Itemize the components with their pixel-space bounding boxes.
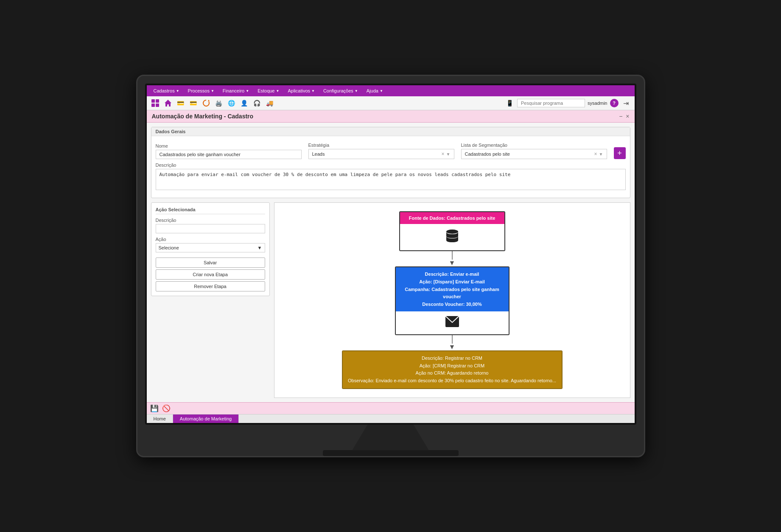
menu-processos[interactable]: Processos ▼	[185, 87, 218, 95]
headset-icon[interactable]: 🎧	[252, 98, 262, 108]
acao-descricao-label: Descrição	[156, 218, 265, 223]
lista-value: Cadastrados pelo site	[465, 151, 591, 157]
menu-processos-arrow: ▼	[211, 89, 214, 93]
close-button[interactable]: ×	[626, 113, 629, 120]
page-title-bar: Automação de Marketing - Cadastro − ×	[147, 110, 635, 123]
toolbar: 💳 💳 🖨️ 🌐 👤 🎧 🚚 📱 sysadmin ?	[147, 96, 635, 110]
taskbar-automacao[interactable]: Automação de Marketing	[173, 414, 239, 423]
help-button[interactable]: ?	[610, 99, 619, 107]
acao-select[interactable]: Selecione ▼	[156, 243, 265, 252]
user-label: sysadmin	[588, 101, 607, 106]
card2-icon[interactable]: 💳	[188, 98, 199, 108]
descricao-label: Descrição	[156, 162, 626, 168]
arrow-1: ▼	[449, 251, 456, 266]
card1-icon[interactable]: 💳	[176, 98, 186, 108]
node1-body	[400, 224, 504, 250]
database-icon	[445, 228, 460, 246]
acao-select-arrow-icon: ▼	[258, 245, 262, 250]
menu-ajuda[interactable]: Ajuda ▼	[363, 87, 386, 95]
acao-descricao-input[interactable]	[156, 224, 265, 233]
svg-marker-5	[208, 100, 210, 101]
add-lista-button[interactable]: +	[614, 147, 626, 159]
truck-icon[interactable]: 🚚	[265, 98, 275, 108]
menu-financeiro-arrow: ▼	[246, 89, 249, 93]
svg-rect-1	[156, 99, 159, 103]
home-icon[interactable]	[163, 98, 173, 108]
menu-cadastros-arrow: ▼	[176, 89, 179, 93]
dados-gerais-header: Dados Gerais	[151, 127, 630, 136]
page-title: Automação de Marketing - Cadastro	[152, 113, 254, 120]
lista-select[interactable]: Cadastrados pelo site × ▼	[461, 149, 607, 159]
svg-rect-0	[151, 99, 155, 103]
menu-aplicativos[interactable]: Aplicativos ▼	[284, 87, 318, 95]
menu-estoque[interactable]: Estoque ▼	[254, 87, 283, 95]
panels-row: Ação Selecionada Descrição Ação Selecion…	[151, 202, 630, 398]
user-icon[interactable]: 👤	[239, 98, 249, 108]
menu-cadastros[interactable]: Cadastros ▼	[150, 87, 183, 95]
menu-bar: Cadastros ▼ Processos ▼ Financeiro ▼ Est…	[147, 85, 635, 96]
refresh-icon[interactable]	[201, 98, 211, 108]
main-content: Dados Gerais Nome Estratégia Leads	[147, 123, 635, 402]
nome-label: Nome	[156, 143, 302, 148]
dados-gerais-body: Nome Estratégia Leads × ▼	[151, 136, 630, 198]
print-icon[interactable]: 🖨️	[214, 98, 224, 108]
menu-ajuda-arrow: ▼	[380, 89, 383, 93]
estrategia-arrow-icon[interactable]: ▼	[446, 152, 451, 157]
acao-acao-label: Ação	[156, 237, 265, 242]
app-icon[interactable]: 📱	[504, 98, 515, 108]
menu-configuracoes-arrow: ▼	[355, 89, 358, 93]
workflow-node-3[interactable]: Descrição: Registrar no CRM Ação: [CRM] …	[342, 350, 563, 389]
email-icon	[445, 316, 459, 330]
taskbar-home[interactable]: Home	[147, 414, 173, 423]
workflow-node-2[interactable]: Descrição: Enviar e-mail Ação: [Disparo]…	[395, 266, 509, 335]
action-buttons: Salvar Criar nova Etapa Remover Etapa	[156, 258, 265, 291]
svg-marker-4	[165, 100, 171, 106]
workflow-node-1[interactable]: Fonte de Dados: Cadastrados pelo site	[399, 211, 505, 251]
cancel-icon[interactable]: 🚫	[162, 404, 171, 412]
save-icon[interactable]: 💾	[150, 404, 159, 412]
minimize-button[interactable]: −	[619, 113, 622, 120]
estrategia-value: Leads	[312, 151, 438, 157]
acao-panel-title: Ação Selecionada	[156, 207, 265, 214]
world-icon[interactable]: 🌐	[227, 98, 237, 108]
dados-gerais-section: Dados Gerais Nome Estratégia Leads	[151, 127, 630, 198]
criar-etapa-button[interactable]: Criar nova Etapa	[156, 269, 265, 280]
toolbar-right: 📱 sysadmin ? ⇥	[504, 98, 631, 108]
descricao-textarea[interactable]: Automação para enviar e-mail com voucher…	[156, 169, 626, 190]
svg-rect-2	[151, 104, 155, 107]
lista-clear[interactable]: ×	[594, 151, 597, 157]
menu-aplicativos-arrow: ▼	[311, 89, 315, 93]
remover-etapa-button[interactable]: Remover Etapa	[156, 281, 265, 291]
salvar-button[interactable]: Salvar	[156, 258, 265, 268]
status-bar: 💾 🚫	[147, 402, 635, 414]
acao-selecionada-panel: Ação Selecionada Descrição Ação Selecion…	[151, 202, 270, 296]
exit-icon[interactable]: ⇥	[621, 98, 631, 108]
estrategia-label: Estratégia	[308, 143, 454, 148]
acao-descricao-group: Descrição	[156, 218, 265, 233]
svg-rect-3	[156, 104, 159, 107]
acao-select-value: Selecione	[159, 245, 179, 250]
acao-acao-group: Ação Selecione ▼	[156, 237, 265, 252]
arrow-2: ▼	[449, 335, 456, 350]
svg-point-6	[446, 230, 458, 234]
menu-configuracoes[interactable]: Configurações ▼	[320, 87, 361, 95]
workflow-inner: Fonte de Dados: Cadastrados pelo site	[274, 203, 630, 397]
estrategia-group: Estratégia Leads × ▼	[308, 143, 454, 159]
menu-financeiro[interactable]: Financeiro ▼	[219, 87, 252, 95]
nome-group: Nome	[156, 143, 302, 159]
left-panel: Ação Selecionada Descrição Ação Selecion…	[151, 202, 270, 398]
estrategia-select[interactable]: Leads × ▼	[308, 149, 454, 159]
descricao-group: Descrição Automação para enviar e-mail c…	[156, 162, 626, 190]
node1-header: Fonte de Dados: Cadastrados pelo site	[400, 212, 504, 224]
grid-icon[interactable]	[150, 98, 160, 108]
node2-header: Descrição: Enviar e-mail Ação: [Disparo]…	[396, 267, 509, 311]
menu-estoque-arrow: ▼	[276, 89, 280, 93]
node2-body	[396, 311, 509, 334]
lista-arrow-icon[interactable]: ▼	[599, 152, 603, 157]
estrategia-clear[interactable]: ×	[442, 151, 445, 157]
nome-input[interactable]	[156, 150, 302, 159]
window-controls: − ×	[619, 113, 629, 120]
search-input[interactable]	[517, 99, 585, 107]
taskbar: Home Automação de Marketing	[147, 414, 635, 423]
lista-label: Lista de Segmentação	[461, 143, 607, 148]
